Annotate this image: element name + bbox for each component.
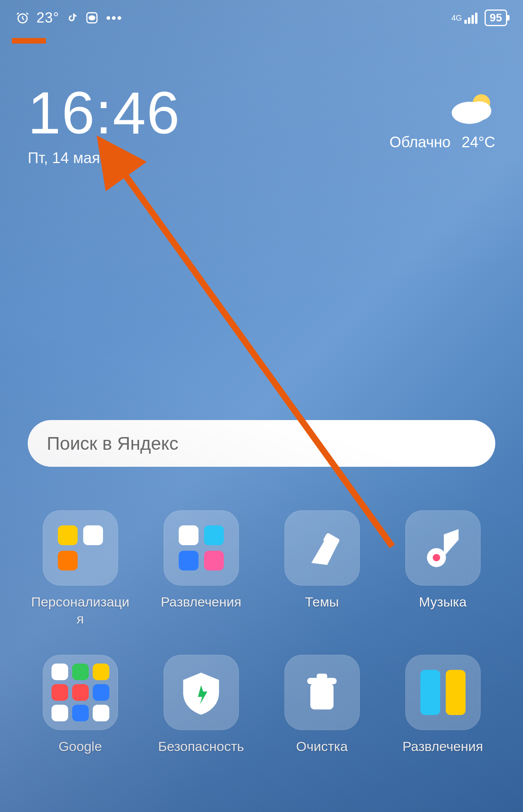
battery-level: 95 — [490, 11, 502, 24]
app-label: Развлечения — [161, 593, 241, 610]
app-label: Развлечения — [403, 738, 483, 755]
svg-rect-9 — [310, 683, 334, 709]
folder-icon — [164, 510, 239, 586]
app-label: Музыка — [419, 593, 466, 610]
folder-icon — [43, 510, 118, 586]
svg-line-13 — [119, 166, 392, 546]
status-left: 23° ••• — [16, 10, 122, 26]
weather-icon — [389, 91, 495, 127]
network-label: 4G — [451, 14, 462, 22]
widget-row: 16:46 Пт, 14 мая Облачно24°C — [0, 32, 523, 167]
signal-icon — [464, 12, 477, 24]
app-entertainment-1[interactable]: Развлечения — [150, 510, 253, 627]
svg-point-5 — [468, 101, 491, 120]
cleanup-icon — [284, 655, 360, 730]
svg-point-2 — [89, 16, 95, 20]
app-label: Темы — [305, 593, 339, 610]
music-icon — [405, 510, 481, 586]
app-themes[interactable]: Темы — [271, 510, 374, 627]
clock-date: Пт, 14 мая — [28, 150, 180, 167]
app-label: Google — [59, 738, 102, 755]
clock-time: 16:46 — [28, 83, 180, 143]
more-icon: ••• — [106, 10, 122, 26]
themes-icon — [284, 510, 360, 586]
app-label: Очистка — [296, 738, 347, 755]
battery-indicator: 95 — [485, 10, 507, 26]
svg-point-8 — [433, 554, 440, 561]
app-label: Безопасность — [158, 738, 244, 755]
tiktok-icon — [66, 12, 78, 24]
weather-condition: Облачно — [389, 134, 450, 150]
app-cleanup[interactable]: Очистка — [271, 655, 374, 755]
security-icon — [164, 655, 239, 730]
app-google[interactable]: Google — [29, 655, 132, 755]
weather-widget[interactable]: Облачно24°C — [389, 83, 495, 151]
annotation-underline — [12, 38, 46, 44]
app-grid: Персонализация Развлечения Темы Музыка — [0, 510, 523, 755]
alarm-icon — [16, 11, 29, 25]
status-bar[interactable]: 23° ••• 4G 95 — [0, 0, 523, 32]
weather-description: Облачно24°C — [389, 134, 495, 151]
weather-temp: 24°C — [462, 134, 495, 150]
app-entertainment-2[interactable]: Развлечения — [391, 655, 494, 755]
folder-icon — [405, 655, 481, 730]
status-right: 4G 95 — [451, 10, 507, 26]
search-container: Поиск в Яндекс — [0, 420, 523, 467]
search-bar[interactable]: Поиск в Яндекс — [28, 420, 495, 467]
clock-widget[interactable]: 16:46 Пт, 14 мая — [28, 83, 180, 167]
chat-icon — [85, 11, 99, 25]
app-security[interactable]: Безопасность — [150, 655, 253, 755]
status-temperature: 23° — [36, 10, 59, 26]
app-music[interactable]: Музыка — [391, 510, 494, 627]
app-personalization[interactable]: Персонализация — [29, 510, 132, 627]
search-placeholder: Поиск в Яндекс — [47, 433, 178, 454]
folder-icon — [43, 655, 118, 730]
svg-rect-11 — [317, 673, 327, 679]
app-label: Персонализация — [29, 593, 132, 627]
